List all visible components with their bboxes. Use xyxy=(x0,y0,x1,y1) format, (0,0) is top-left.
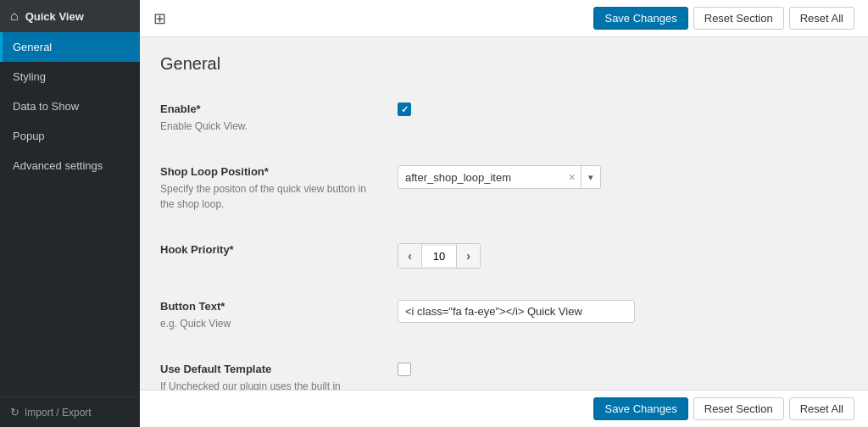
button-text-input[interactable] xyxy=(398,300,635,323)
save-changes-button-bottom[interactable]: Save Changes xyxy=(593,397,687,420)
shop-loop-position-row: Shop Loop Position* Specify the positon … xyxy=(160,150,848,228)
hook-priority-control: ‹ › xyxy=(398,243,481,269)
hook-priority-decrement[interactable]: ‹ xyxy=(398,244,422,268)
button-text-description: e.g. Quick View xyxy=(160,316,381,331)
sidebar-item-general[interactable]: General xyxy=(0,32,140,62)
hook-priority-input[interactable] xyxy=(422,246,456,267)
save-changes-button-top[interactable]: Save Changes xyxy=(593,7,687,30)
home-icon: ⌂ xyxy=(10,8,19,24)
bottombar: Save Changes Reset Section Reset All xyxy=(140,390,868,427)
enable-checkbox[interactable] xyxy=(398,103,411,116)
topbar-right: Save Changes Reset Section Reset All xyxy=(593,7,854,30)
sidebar-item-data-to-show[interactable]: Data to Show xyxy=(0,92,140,121)
enable-description: Enable Quick View. xyxy=(160,119,381,134)
sidebar-nav: General Styling Data to Show Popup Advan… xyxy=(0,32,140,396)
use-default-template-label: Use Default Template xyxy=(160,363,381,375)
button-text-row: Button Text* e.g. Quick View xyxy=(160,285,848,347)
topbar: ⊞ Save Changes Reset Section Reset All xyxy=(140,0,868,37)
reset-section-button-bottom[interactable]: Reset Section xyxy=(693,397,784,420)
main-content: ⊞ Save Changes Reset Section Reset All G… xyxy=(140,0,868,427)
shop-loop-description: Specify the positon of the quick view bu… xyxy=(160,181,381,212)
shop-loop-label: Shop Loop Position* xyxy=(160,165,381,178)
reset-all-button-bottom[interactable]: Reset All xyxy=(789,397,854,420)
sidebar-title: Quick View xyxy=(25,10,84,23)
topbar-left: ⊞ xyxy=(153,9,166,28)
hook-priority-row: Hook Priority* ‹ › xyxy=(160,228,848,285)
reset-section-button-top[interactable]: Reset Section xyxy=(693,7,784,30)
sidebar-import-export[interactable]: ↻ Import / Export xyxy=(0,396,140,427)
table-icon[interactable]: ⊞ xyxy=(153,9,166,28)
enable-label: Enable* xyxy=(160,103,381,115)
enable-row: Enable* Enable Quick View. xyxy=(160,87,848,150)
sidebar-header: ⌂ Quick View xyxy=(0,0,140,32)
select-arrow-icon[interactable]: ▾ xyxy=(581,168,600,187)
sidebar-item-styling[interactable]: Styling xyxy=(0,62,140,92)
shop-loop-select[interactable]: after_shop_loop_item × ▾ xyxy=(398,165,601,189)
select-clear-icon[interactable]: × xyxy=(564,166,581,188)
section-title: General xyxy=(160,54,848,74)
hook-priority-increment[interactable]: › xyxy=(456,244,480,268)
reset-all-button-top[interactable]: Reset All xyxy=(789,7,854,30)
sidebar-item-popup[interactable]: Popup xyxy=(0,121,140,151)
use-default-template-row: Use Default Template If Unchecked our pl… xyxy=(160,347,848,390)
use-default-template-checkbox[interactable] xyxy=(398,363,411,376)
sidebar-item-advanced-settings[interactable]: Advanced settings xyxy=(0,151,140,180)
shop-loop-value: after_shop_loop_item xyxy=(398,167,564,188)
button-text-label: Button Text* xyxy=(160,300,381,313)
settings-content: General Enable* Enable Quick View. Shop … xyxy=(140,37,868,390)
sidebar: ⌂ Quick View General Styling Data to Sho… xyxy=(0,0,140,427)
refresh-icon: ↻ xyxy=(10,406,19,419)
use-default-template-description: If Unchecked our plugin uses the built i… xyxy=(160,379,381,390)
hook-priority-label: Hook Priority* xyxy=(160,243,381,256)
